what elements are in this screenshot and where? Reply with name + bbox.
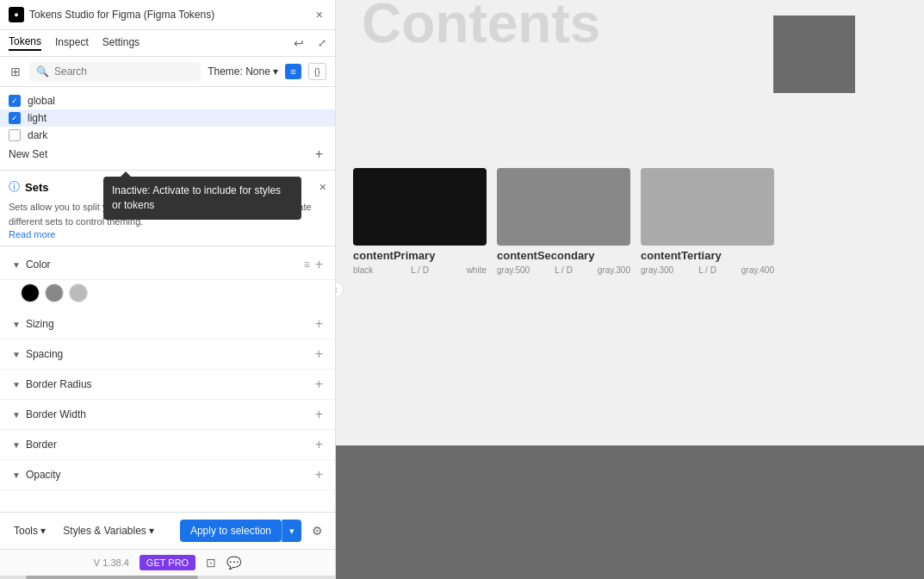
chevron-icon: ▼ (12, 320, 21, 329)
category-sizing-label: Sizing (26, 318, 312, 330)
right-content: Contents contentPrimary black L / D whit… (336, 0, 924, 579)
undo-button[interactable]: ↩ (294, 36, 304, 50)
category-add-button[interactable]: + (315, 316, 323, 332)
tabs-row: Tokens Inspect Settings ↩ ⤢ (0, 30, 335, 57)
tools-button[interactable]: Tools ▾ (9, 521, 51, 540)
chevron-icon: ▼ (12, 410, 21, 420)
category-color-label: Color (26, 258, 299, 271)
set-name-global: global (28, 95, 326, 107)
category-spacing[interactable]: ▼ Spacing + (0, 339, 335, 370)
chat-icon-button[interactable]: 💬 (226, 556, 241, 570)
code-toggle-button[interactable]: {} (308, 63, 326, 80)
color-swatches-row (0, 280, 335, 309)
search-row: ⊞ 🔍 Theme: None ▾ ≡ {} (0, 57, 335, 87)
color-swatch-tertiary (641, 168, 774, 246)
version-bar: V 1.38.4 GET PRO ⊡ 💬 (0, 549, 335, 576)
category-opacity[interactable]: ▼ Opacity + (0, 460, 335, 490)
category-border-width-label: Border Width (26, 408, 312, 420)
category-border[interactable]: ▼ Border + (0, 430, 335, 460)
category-add-button[interactable]: + (315, 377, 323, 392)
left-panel: ● Tokens Studio for Figma (Figma Tokens)… (0, 0, 336, 579)
title-bar: ● Tokens Studio for Figma (Figma Tokens)… (0, 0, 335, 30)
token-categories: ▼ Color ≡ + ▼ Sizing + ▼ Spacing + (0, 246, 335, 512)
category-add-button[interactable]: + (315, 346, 323, 362)
set-item-light[interactable]: light (0, 109, 335, 127)
color-swatch-secondary (497, 168, 630, 246)
search-input[interactable] (54, 65, 194, 78)
chevron-icon: ▼ (12, 440, 21, 450)
category-border-radius[interactable]: ▼ Border Radius + (0, 370, 335, 400)
set-checkbox-global[interactable] (9, 95, 21, 107)
swatch-gray[interactable] (45, 283, 64, 302)
tooltip: Inactive: Activate to include for styles… (103, 177, 301, 220)
token-sets-list: global light dark New Set + (0, 87, 335, 171)
color-sample-tertiary: contentTertiary gray.300 L / D gray.400 (641, 168, 774, 275)
color-sample-tertiary-name: contentTertiary (641, 249, 774, 262)
collapse-button[interactable]: ⤢ (318, 37, 326, 49)
set-footer: New Set + (0, 144, 335, 165)
get-pro-button[interactable]: GET PRO (140, 555, 195, 570)
category-spacing-label: Spacing (26, 348, 312, 360)
theme-label: Theme: None ▾ (208, 65, 278, 78)
category-menu-button[interactable]: ≡ (302, 258, 312, 271)
search-icon: 🔍 (36, 65, 49, 78)
color-samples-row: contentPrimary black L / D white content… (353, 168, 774, 275)
bottom-toolbar: Tools ▾ Styles & Variables ▾ Apply to se… (0, 512, 335, 549)
tab-settings[interactable]: Settings (102, 36, 140, 50)
sets-panel: global light dark New Set + Inactive: Ac… (0, 87, 335, 512)
color-sample-primary: contentPrimary black L / D white (353, 168, 487, 275)
read-more-link[interactable]: Read more (9, 229, 55, 240)
sets-close-button[interactable]: × (319, 180, 326, 194)
apply-dropdown-button[interactable]: ▾ (282, 520, 301, 542)
category-add-button[interactable]: + (315, 257, 323, 272)
category-sizing[interactable]: ▼ Sizing + (0, 309, 335, 339)
swatch-black[interactable] (21, 283, 40, 302)
set-checkbox-dark[interactable] (9, 129, 21, 141)
set-name-light: light (28, 112, 326, 124)
monitor-icon-button[interactable]: ⊡ (206, 556, 216, 570)
category-opacity-label: Opacity (26, 469, 312, 481)
color-sample-secondary: contentSecondary gray.500 L / D gray.300 (497, 168, 630, 275)
color-sample-secondary-meta: gray.500 L / D gray.300 (497, 265, 630, 275)
chevron-icon: ▼ (12, 470, 21, 480)
sidebar-toggle-button[interactable]: ⊞ (9, 63, 22, 80)
app-title: Tokens Studio for Figma (Figma Tokens) (29, 9, 307, 21)
set-item-global[interactable]: global (0, 92, 335, 109)
version-text: V 1.38.4 (94, 557, 129, 568)
category-add-button[interactable]: + (315, 407, 323, 422)
canvas-title: Contents (362, 0, 600, 55)
view-toggle-button[interactable]: ≡ (285, 64, 301, 79)
bottom-dark-area (336, 445, 924, 579)
color-swatch-primary (353, 168, 487, 246)
color-sample-tertiary-meta: gray.300 L / D gray.400 (641, 265, 774, 275)
scrollbar-thumb[interactable] (26, 576, 198, 579)
gray-rectangle (773, 16, 855, 93)
chevron-icon: ▼ (12, 350, 21, 359)
category-color[interactable]: ▼ Color ≡ + (0, 250, 335, 280)
close-button[interactable]: × (313, 8, 326, 22)
color-sample-primary-name: contentPrimary (353, 249, 487, 262)
new-set-label: New Set (9, 148, 307, 160)
set-checkbox-light[interactable] (9, 112, 21, 124)
category-add-button[interactable]: + (315, 437, 323, 452)
search-container: 🔍 (29, 62, 201, 81)
styles-variables-button[interactable]: Styles & Variables ▾ (58, 521, 159, 540)
app-icon: ● (9, 7, 24, 22)
add-set-button[interactable]: + (312, 146, 326, 162)
apply-to-selection-button[interactable]: Apply to selection (180, 520, 282, 542)
tab-inspect[interactable]: Inspect (55, 36, 89, 50)
set-item-dark[interactable]: dark (0, 127, 335, 144)
figma-canvas: Contents contentPrimary black L / D whit… (336, 0, 924, 579)
category-add-button[interactable]: + (315, 467, 323, 482)
color-sample-primary-meta: black L / D white (353, 265, 487, 275)
swatch-light[interactable] (69, 283, 88, 302)
settings-button[interactable]: ⚙ (308, 520, 326, 541)
chevron-icon: ▼ (12, 380, 21, 389)
category-border-width[interactable]: ▼ Border Width + (0, 400, 335, 430)
tab-tokens[interactable]: Tokens (9, 35, 41, 51)
apply-group: Apply to selection ▾ (180, 520, 301, 542)
scrollbar (0, 576, 335, 579)
chevron-icon: ▼ (12, 260, 21, 270)
category-border-label: Border (26, 439, 312, 451)
set-name-dark: dark (28, 129, 326, 141)
